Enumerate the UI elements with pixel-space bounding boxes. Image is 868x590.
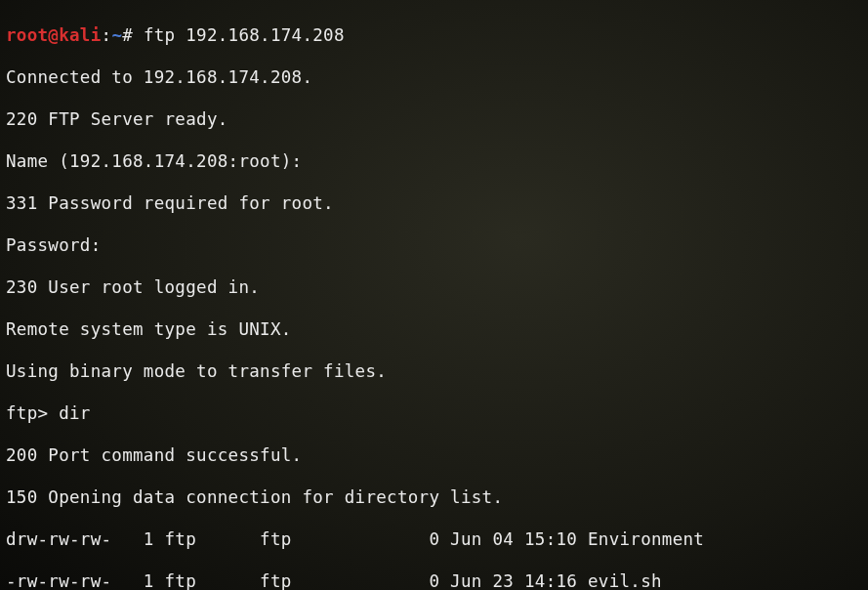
prompt-at: @	[48, 25, 59, 45]
terminal-line: Password:	[6, 235, 862, 257]
prompt-hash: #	[122, 25, 144, 45]
terminal-line: Using binary mode to transfer files.	[6, 361, 862, 383]
terminal-line: 200 Port command successful.	[6, 445, 862, 467]
prompt-user: root	[6, 25, 48, 45]
command-text: ftp 192.168.174.208	[144, 25, 345, 45]
terminal-line: Remote system type is UNIX.	[6, 319, 862, 341]
terminal-line: 230 User root logged in.	[6, 277, 862, 299]
dir-listing-row: drw-rw-rw- 1 ftp ftp 0 Jun 04 15:10 Envi…	[6, 529, 862, 551]
terminal-line: Connected to 192.168.174.208.	[6, 67, 862, 89]
ftp-prompt-line: ftp> dir	[6, 403, 862, 425]
terminal-line: 331 Password required for root.	[6, 193, 862, 215]
dir-listing-row: -rw-rw-rw- 1 ftp ftp 0 Jun 23 14:16 evil…	[6, 571, 862, 591]
prompt-colon: :	[102, 25, 112, 45]
prompt-host: kali	[59, 25, 101, 45]
terminal-line: Name (192.168.174.208:root):	[6, 151, 862, 173]
terminal-line: root@kali:~# ftp 192.168.174.208	[6, 25, 862, 47]
terminal-line: 150 Opening data connection for director…	[6, 487, 862, 509]
prompt-path: ~	[111, 25, 122, 45]
terminal-window[interactable]: root@kali:~# ftp 192.168.174.208 Connect…	[0, 0, 868, 590]
terminal-line: 220 FTP Server ready.	[6, 109, 862, 131]
